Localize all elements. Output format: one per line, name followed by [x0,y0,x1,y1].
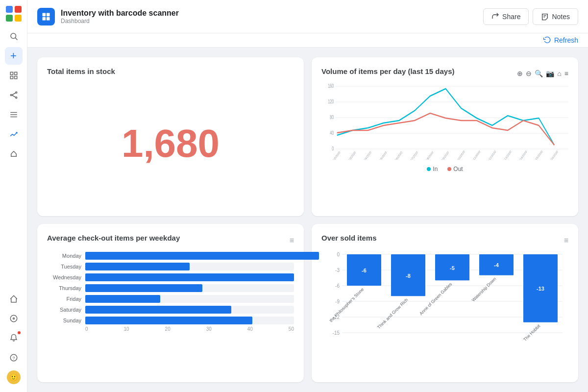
app-logo[interactable] [6,6,22,22]
checkout-title: Average check-out items per weekday [47,234,180,242]
svg-text:-6: -6 [362,268,367,273]
svg-text:-9: -9 [335,299,340,304]
bar-label: Sunday [47,318,81,323]
sidebar-item-tags[interactable] [5,145,23,163]
x-axis-label: 0 [85,326,88,332]
svg-text:6/13/2020: 6/13/2020 [502,149,512,160]
legend-in: In [427,166,438,172]
svg-text:the Philosopher's Stone: the Philosopher's Stone [328,287,365,323]
bar-track [85,317,294,324]
svg-rect-23 [47,13,50,16]
svg-text:6/14/2020: 6/14/2020 [517,149,527,160]
sidebar-item-help[interactable]: ? [5,349,23,367]
svg-text:-13: -13 [537,286,544,292]
sidebar-item-list[interactable] [5,106,23,123]
sidebar-item-compass[interactable] [5,310,23,327]
line-chart-container: 160 120 80 40 0 6/2/2020 6/3/2020 6/4/20… [321,81,568,172]
toolbar: Refresh [27,33,588,48]
svg-text:?: ? [12,356,15,361]
bar-label: Wednesday [47,274,81,280]
svg-text:40: 40 [330,130,334,136]
bar-label: Friday [47,296,81,302]
volume-chart-card: Volume of items per day (last 15 days) ⊕… [312,57,578,216]
x-axis-label: 30 [206,326,212,332]
svg-rect-24 [43,17,46,20]
sidebar-item-search[interactable] [5,27,23,45]
checkout-menu-icon[interactable]: ≡ [290,236,294,245]
menu-chart-icon[interactable]: ≡ [564,70,568,77]
svg-rect-2 [6,15,13,22]
svg-rect-25 [47,17,50,20]
svg-rect-8 [10,76,13,79]
bar-row: Tuesday [47,263,294,270]
x-axis-label: 20 [165,326,171,332]
bar-track [85,263,294,270]
bar-label: Saturday [47,307,81,313]
dashboard: Total items in stock 1,680 Volume of ite… [27,48,588,392]
app-icon [37,8,55,25]
camera-icon[interactable]: 📷 [546,70,554,77]
bar-row: Friday [47,295,294,303]
svg-point-4 [11,33,16,39]
svg-text:6/8/2020: 6/8/2020 [425,150,434,160]
svg-text:6/9/2020: 6/9/2020 [441,150,449,160]
svg-point-10 [10,95,12,96]
svg-rect-7 [14,72,17,74]
header-left: Inventory with barcode scanner Dashboard [37,8,179,25]
svg-text:6/7/2020: 6/7/2020 [410,150,418,160]
svg-text:6/12/2020: 6/12/2020 [487,149,496,160]
share-button[interactable]: Share [483,8,529,25]
svg-point-11 [15,92,17,93]
oversold-title: Over sold items [321,234,377,242]
notes-button[interactable]: Notes [533,8,578,25]
sidebar-item-add[interactable]: + [5,47,23,65]
sidebar-item-flows[interactable] [5,86,23,104]
svg-point-18 [10,315,17,322]
home-chart-icon[interactable]: ⌂ [557,70,561,77]
sidebar: + ? 🙂 [0,0,27,392]
svg-text:-3: -3 [335,268,340,273]
app-title: Inventory with barcode scanner [61,9,179,18]
svg-text:160: 160 [328,83,334,89]
app-subtitle: Dashboard [61,18,179,24]
bar-fill [85,306,231,314]
bar-label: Tuesday [47,264,81,270]
svg-line-5 [15,38,17,40]
svg-text:0: 0 [332,146,334,151]
sidebar-item-bell[interactable] [5,329,23,347]
bar-track [85,295,294,303]
svg-rect-6 [10,72,13,74]
svg-rect-22 [43,13,46,16]
svg-rect-0 [6,6,13,13]
bar-track [85,273,294,281]
bar-fill [85,284,202,292]
x-axis-label: 50 [289,326,294,332]
refresh-button[interactable]: Refresh [543,36,578,44]
bar-track [85,306,294,314]
zoom-out-icon[interactable]: ⊖ [526,70,532,77]
bar-fill [85,273,294,281]
search-chart-icon[interactable]: 🔍 [535,70,543,77]
bar-track [85,284,294,292]
oversold-menu-icon[interactable]: ≡ [564,236,568,245]
sidebar-item-user[interactable]: 🙂 [5,368,23,386]
zoom-in-icon[interactable]: ⊕ [517,70,523,77]
checkout-chart-card: Average check-out items per weekday ≡ Mo… [37,224,304,383]
chart-legend: In Out [321,166,568,172]
main-content: Inventory with barcode scanner Dashboard… [27,0,588,392]
svg-text:6/5/2020: 6/5/2020 [378,150,387,160]
sidebar-item-dashboard[interactable] [5,67,23,84]
total-items-card: Total items in stock 1,680 [37,57,304,216]
bar-label: Thursday [47,285,81,291]
oversold-chart-area: 0-3-6-9-12-15-6the Philosopher's Stone-8… [321,252,568,362]
sidebar-item-home[interactable] [5,290,23,308]
bar-chart-horizontal: Monday Tuesday Wednesday Thursday Friday [47,252,294,324]
header-right: Share Notes [483,8,578,25]
bar-row: Saturday [47,306,294,314]
chart-toolbar: ⊕ ⊖ 🔍 📷 ⌂ ≡ [517,70,568,77]
x-axis-label: 10 [124,326,129,332]
bar-row: Sunday [47,317,294,324]
x-axis: 01020304050 [85,326,294,332]
bar-fill [85,317,252,324]
sidebar-item-analytics[interactable] [5,125,23,143]
